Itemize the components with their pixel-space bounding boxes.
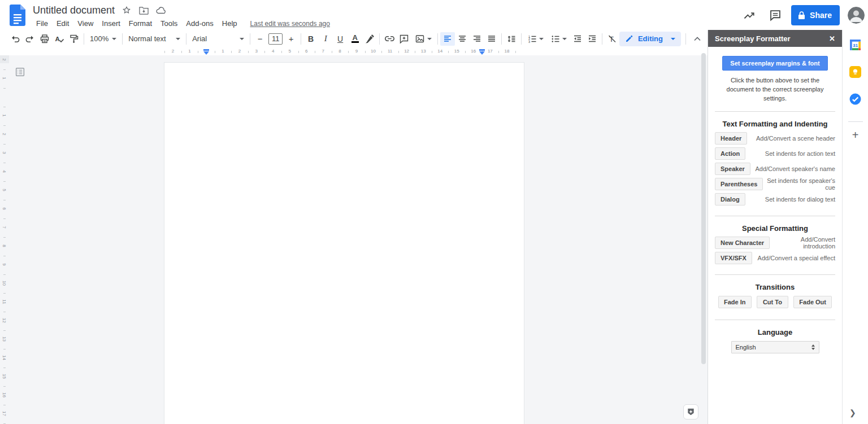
docs-logo-icon[interactable] [10, 5, 25, 26]
decrease-indent-button[interactable] [570, 32, 585, 46]
spellcheck-button[interactable]: A [52, 32, 67, 46]
set-margins-button[interactable]: Set screenplay margins & font [722, 56, 827, 71]
menu-file[interactable]: File [33, 18, 51, 29]
keep-icon[interactable] [848, 64, 863, 80]
hide-menus-button[interactable] [691, 32, 704, 46]
print-button[interactable] [37, 32, 52, 46]
ruler-number: 16 [471, 49, 476, 54]
ruler-number: 11 [388, 49, 392, 54]
star-icon[interactable] [121, 5, 132, 15]
vfx-sfx-button[interactable]: VFX/SFX [715, 252, 752, 264]
paragraph-style-select[interactable]: Normal text [125, 32, 184, 46]
svg-text:3: 3 [528, 40, 530, 43]
action-button[interactable]: Action [715, 147, 745, 160]
insert-link-button[interactable] [382, 32, 397, 46]
font-select[interactable]: Arial [189, 32, 248, 46]
undo-button[interactable] [8, 32, 23, 46]
document-title[interactable]: Untitled document [33, 5, 115, 16]
ruler-number: 2 [2, 56, 7, 63]
new-character-button[interactable]: New Character [715, 237, 770, 249]
zoom-select[interactable]: 100% [86, 32, 120, 46]
toolbar-divider [437, 33, 438, 45]
explore-button[interactable] [683, 404, 698, 419]
cut-to-button[interactable]: Cut To [757, 296, 788, 308]
ruler-number: 15 [2, 373, 7, 380]
ruler-number: 12 [404, 49, 409, 54]
chevron-down-icon [562, 38, 567, 40]
stats-icon[interactable] [739, 5, 760, 25]
italic-button[interactable]: I [318, 32, 333, 46]
left-indent-marker[interactable] [203, 49, 209, 55]
fade-out-button[interactable]: Fade Out [793, 296, 832, 308]
paint-format-button[interactable] [67, 32, 81, 46]
move-folder-icon[interactable] [138, 5, 149, 15]
avatar[interactable] [848, 7, 865, 24]
menu-format[interactable]: Format [125, 18, 155, 29]
dialog-button[interactable]: Dialog [715, 193, 745, 206]
transitions-row: Fade In Cut To Fade Out [718, 296, 832, 308]
align-right-button[interactable] [470, 32, 484, 46]
ruler-number: 5 [2, 187, 7, 194]
underline-button[interactable]: U [333, 32, 348, 46]
right-indent-marker[interactable] [479, 49, 485, 55]
share-button[interactable]: Share [791, 5, 840, 25]
increase-indent-button[interactable] [585, 32, 600, 46]
calendar-icon[interactable]: 31 [848, 37, 863, 53]
cloud-status-icon[interactable] [155, 5, 166, 15]
side-panel-rail: 31 + ❯ [842, 30, 868, 424]
ruler-number: 9 [2, 261, 7, 268]
align-center-button[interactable] [455, 32, 470, 46]
decrease-font-size-button[interactable]: − [253, 32, 267, 46]
ruler-number: 14 [2, 355, 7, 361]
header-button[interactable]: Header [715, 132, 747, 145]
menu-help[interactable]: Help [219, 18, 241, 29]
tasks-icon[interactable] [848, 91, 863, 107]
ruler-number: 4 [272, 49, 274, 54]
ruler-number: 11 [2, 299, 7, 305]
font-size-input[interactable]: 11 [268, 33, 283, 45]
bold-button[interactable]: B [303, 32, 318, 46]
bulleted-list-button[interactable] [547, 32, 570, 46]
menu-edit[interactable]: Edit [53, 18, 72, 29]
add-comment-button[interactable] [397, 32, 411, 46]
justify-button[interactable] [484, 32, 499, 46]
text-color-button[interactable]: A [348, 32, 362, 46]
close-icon[interactable]: ✕ [829, 34, 835, 43]
ruler-number: 6 [305, 49, 307, 54]
comment-history-icon[interactable] [765, 5, 785, 25]
menu-insert[interactable]: Insert [98, 18, 124, 29]
mode-select[interactable]: Editing [619, 32, 681, 46]
last-edit-link[interactable]: Last edit was seconds ago [250, 20, 330, 28]
line-spacing-button[interactable] [504, 32, 519, 46]
vertical-ruler[interactable]: 12123456789101112131415161718 [0, 55, 9, 424]
numbered-list-button[interactable]: 123 [524, 32, 547, 46]
ruler-number: 2 [172, 49, 174, 54]
fade-in-button[interactable]: Fade In [718, 296, 752, 308]
show-outline-button[interactable] [14, 65, 26, 78]
ruler-number: 3 [255, 49, 257, 54]
redo-button[interactable] [23, 32, 37, 46]
clear-formatting-button[interactable]: T [605, 32, 619, 46]
hide-side-panel-chevron-icon[interactable]: ❯ [849, 408, 856, 417]
increase-font-size-button[interactable]: + [284, 32, 298, 46]
language-select[interactable]: English [731, 341, 819, 353]
select-arrows-icon [811, 344, 815, 350]
document-canvas[interactable]: 12123456789101112131415161718 [0, 55, 708, 424]
align-left-button[interactable] [440, 32, 455, 46]
parentheses-button[interactable]: Parentheses [715, 178, 763, 190]
document-page[interactable] [164, 62, 524, 424]
speaker-button[interactable]: Speaker [715, 163, 750, 175]
highlight-color-button[interactable] [362, 32, 377, 46]
paragraph-style-value: Normal text [128, 34, 166, 43]
menu-tools[interactable]: Tools [157, 18, 181, 29]
ruler-number: 17 [2, 410, 7, 417]
document-scrollbar[interactable] [701, 53, 706, 364]
get-addons-plus-icon[interactable]: + [852, 130, 859, 140]
section-heading-transitions: Transitions [708, 283, 842, 291]
menu-addons[interactable]: Add-ons [183, 18, 216, 29]
zoom-value: 100% [90, 34, 108, 43]
insert-image-button[interactable] [411, 32, 435, 46]
menu-view[interactable]: View [74, 18, 97, 29]
ruler-number: 17 [488, 49, 493, 54]
horizontal-ruler[interactable]: 12123456789101112131415161718 [0, 47, 708, 55]
